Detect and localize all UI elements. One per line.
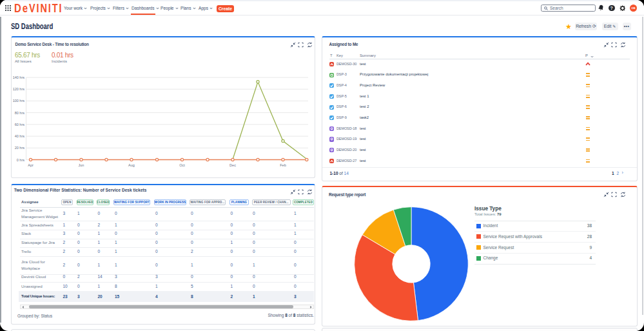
svg-text:40 hrs: 40 hrs bbox=[15, 134, 25, 138]
svg-text:0 hrs: 0 hrs bbox=[17, 158, 24, 162]
svg-text:60 hrs: 60 hrs bbox=[15, 123, 25, 126]
svg-text:Jun: Jun bbox=[79, 163, 84, 167]
svg-text:120 hrs: 120 hrs bbox=[13, 87, 25, 91]
svg-text:80 hrs: 80 hrs bbox=[15, 111, 25, 115]
svg-text:20 hrs: 20 hrs bbox=[15, 146, 25, 150]
svg-text:100 hrs: 100 hrs bbox=[13, 99, 25, 103]
svg-text:Apr: Apr bbox=[28, 163, 34, 167]
svg-text:Aug: Aug bbox=[128, 163, 135, 167]
svg-text:Oct: Oct bbox=[179, 163, 185, 167]
svg-text:140 hrs: 140 hrs bbox=[13, 75, 25, 79]
svg-text:Dec: Dec bbox=[229, 163, 236, 167]
svg-text:Feb: Feb bbox=[280, 163, 286, 167]
